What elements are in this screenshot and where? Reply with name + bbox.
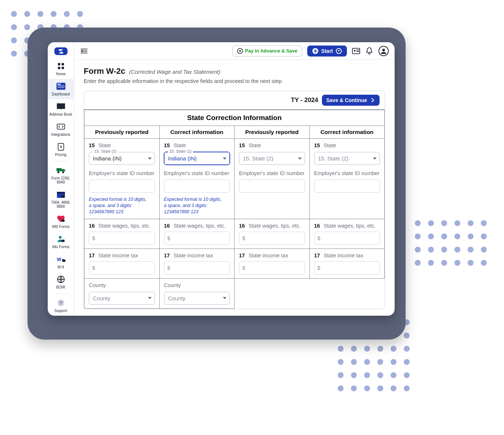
chevron-down-icon [223, 157, 226, 160]
ein-corr-2-input[interactable] [314, 180, 380, 193]
pay-in-advance-button[interactable]: Pay in Advance & Save [232, 46, 302, 57]
sidebar-item-label: 7004, 4868, 8868 [48, 200, 73, 209]
section-title: State Correction Information [84, 110, 385, 126]
sidebar-divider [53, 161, 69, 162]
svg-point-12 [62, 171, 64, 173]
select-placeholder: County [93, 295, 110, 301]
state-1-corr-select[interactable]: 15. State (1) Indiana (IN) [164, 152, 230, 165]
sidebar-item-label: BOIR [56, 285, 65, 289]
sidebar-item-label: 94x Forms [52, 245, 69, 249]
cell-15-state2-corr: 15 State 15. State (2) Employer's state … [309, 139, 385, 219]
svg-text:?: ? [59, 300, 62, 306]
sidebar-item-pricing[interactable]: $ Pricing [48, 139, 74, 160]
state-1-prev-select[interactable]: 15. State (1) Indiana (IN) [89, 152, 155, 165]
sidebar-item-home[interactable]: Home [48, 59, 74, 79]
svg-rect-27 [356, 50, 359, 50]
sidebar-item-label: Dashboard [52, 92, 70, 96]
sidebar-item-dashboard[interactable]: Dashboard [48, 79, 74, 99]
chevron-down-icon [298, 157, 302, 160]
book-icon [56, 102, 66, 111]
sidebar-item-w9[interactable]: W9 W-9 [48, 252, 74, 272]
sidebar-divider [53, 294, 69, 294]
svg-text:W: W [57, 257, 61, 262]
ein-label: Employer's state ID number [314, 170, 380, 177]
county-prev-1-select[interactable]: County [89, 292, 155, 305]
tax-corr-1-input[interactable]: $ [164, 261, 230, 275]
sidebar-item-94x[interactable]: 94x Forms [48, 232, 74, 252]
cell-15-state1-prev: 15 State 15. State (1) Indiana (IN) Empl… [84, 139, 160, 219]
truck-icon [56, 166, 66, 175]
help-icon: ? [56, 298, 66, 307]
page-title: Form W-2c [84, 66, 125, 76]
bell-icon[interactable] [365, 47, 373, 55]
ein-prev-1-input[interactable] [89, 180, 155, 193]
select-value: Indiana (IN) [168, 155, 197, 162]
svg-rect-0 [58, 63, 60, 65]
profile-avatar[interactable] [378, 46, 389, 56]
grid-icon [56, 62, 66, 70]
tax-prev-2-input[interactable]: $ [239, 261, 305, 275]
app-logo[interactable] [54, 47, 68, 55]
county-corr-1-select[interactable]: County [164, 292, 230, 305]
svg-rect-16 [61, 220, 64, 222]
id-card-icon[interactable] [352, 47, 360, 55]
chevron-down-icon [148, 297, 152, 299]
sidebar-item-label: Home [56, 72, 66, 76]
col-header: Correct information [159, 126, 235, 139]
cell-17-tax-prev2: 17 State income tax $ [235, 249, 310, 278]
col-header: Previously reported [235, 126, 310, 139]
chevron-down-icon [148, 157, 152, 160]
tax-prev-1-input[interactable]: $ [89, 261, 155, 275]
wages-prev-2-input[interactable]: $ [239, 232, 305, 245]
sidebar-item-form-2290[interactable]: Form 2290, 8849 [48, 163, 74, 187]
plus-circle-icon [312, 48, 318, 54]
sidebar-item-integrations[interactable]: Integrations [48, 119, 74, 139]
svg-point-17 [59, 236, 61, 239]
button-label: Pay in Advance & Save [245, 48, 298, 54]
svg-point-26 [354, 50, 356, 51]
globe-icon [56, 275, 66, 284]
sidebar-item-boir[interactable]: BOIR [48, 272, 74, 292]
plus-circle-icon [237, 48, 243, 54]
col-header: Previously reported [84, 126, 160, 139]
page-description: Enter the applicable information in the … [84, 78, 385, 84]
cell-county-prev1: County County [84, 278, 160, 308]
sidebar-item-extensions[interactable]: 7004, 4868, 8868 [48, 187, 74, 211]
wages-prev-1-input[interactable]: $ [89, 232, 155, 245]
select-value: Indiana (IN) [93, 155, 122, 162]
sidebar-item-label: 990 Forms [52, 225, 70, 229]
state-2-prev-select[interactable]: 15. State (2) [239, 152, 305, 165]
sidebar-item-label: Support [54, 309, 67, 313]
chevron-down-icon [336, 48, 342, 54]
chevron-down-icon [223, 297, 226, 299]
svg-rect-5 [57, 84, 61, 85]
svg-rect-18 [61, 240, 64, 242]
wages-corr-1-input[interactable]: $ [164, 232, 230, 245]
integrations-icon [56, 122, 66, 131]
wages-corr-2-input[interactable]: $ [314, 232, 380, 245]
start-button[interactable]: Start [307, 46, 347, 57]
save-continue-button[interactable]: Save & Continue [322, 95, 380, 106]
sidebar-item-label: Form 2290, 8849 [48, 176, 73, 184]
cell-15-state1-corr: 15 State 15. State (1) Indiana (IN) Empl… [159, 139, 235, 219]
sidebar-item-address-book[interactable]: Address Book [48, 99, 74, 119]
decor-dots [415, 220, 487, 266]
chevron-down-icon [373, 157, 377, 160]
svg-text:$: $ [60, 145, 62, 149]
sidebar-item-990[interactable]: 990 Forms [48, 211, 74, 232]
state-2-corr-select[interactable]: 15. State (2) [314, 152, 380, 165]
sidebar-item-label: W-9 [57, 265, 64, 269]
svg-rect-6 [57, 85, 64, 86]
ein-prev-2-input[interactable] [239, 180, 305, 193]
calendar-icon [56, 190, 66, 199]
ein-corr-1-input[interactable] [164, 180, 230, 193]
svg-rect-15 [61, 195, 64, 197]
cell-17-tax-corr2: 17 State income tax $ [309, 249, 385, 278]
svg-rect-28 [356, 51, 359, 52]
svg-rect-7 [57, 87, 64, 88]
dashboard-icon [56, 82, 66, 91]
tax-corr-2-input[interactable]: $ [314, 261, 380, 275]
w9-icon: W9 [56, 255, 66, 264]
sidebar-item-support[interactable]: ? Support [48, 296, 74, 316]
sidebar-toggle-icon[interactable] [80, 47, 88, 55]
